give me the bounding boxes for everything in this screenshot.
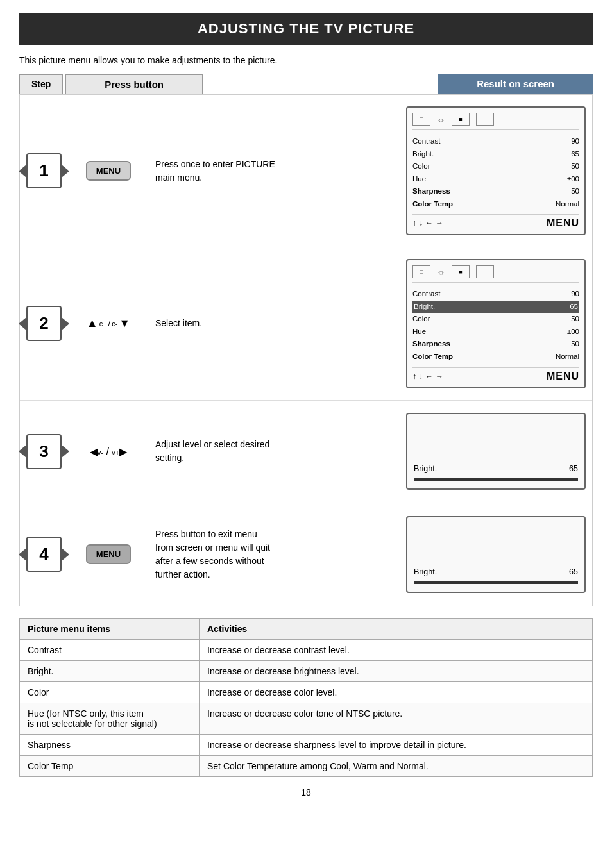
bright-row-4: Bright. 65: [414, 567, 578, 576]
icon-brightness-2: ■: [452, 265, 470, 278]
table-cell-activity-2: Increase or decrease color level.: [200, 681, 593, 703]
menu2-row-contrast: Contrast90: [412, 288, 579, 301]
step-1-row: 1 MENU Press once to enter PICTUREmain m…: [20, 95, 592, 247]
menu-nav-1: ↑ ↓ ← → MENU: [412, 214, 579, 229]
table-row-0: ContrastIncrease or decrease contrast le…: [20, 639, 593, 660]
menu-row-colortemp: Color TempNormal: [412, 198, 579, 211]
ch-nav-button[interactable]: ▲ c+ / c- ▼: [87, 317, 130, 330]
progress-bar-4: [414, 581, 578, 584]
tv-screen-4: Bright. 65: [406, 516, 586, 593]
menu-title-text: MENU: [547, 217, 579, 229]
step-1-number: 1: [26, 153, 62, 188]
step-4-number: 4: [26, 537, 62, 572]
arrow-up-icon: ↑: [412, 219, 416, 228]
bright-label-3: Bright.: [414, 464, 437, 473]
menu2-row-color: Color50: [412, 313, 579, 326]
screen-icons-2: □ ☼ ■: [412, 265, 579, 283]
table-cell-item-2: Color: [20, 681, 200, 703]
table-cell-item-1: Bright.: [20, 660, 200, 681]
table-cell-activity-3: Increase or decrease color tone of NTSC …: [200, 703, 593, 734]
screen-icons-1: □ ☼ ■: [412, 113, 579, 130]
table-cell-activity-0: Increase or decrease contrast level.: [200, 639, 593, 660]
menu2-row-sharpness: Sharpness50: [412, 338, 579, 351]
menu-items-1: Contrast90 Bright.65 Color50 Hue±00 Shar…: [412, 135, 579, 210]
icon-tv-2: □: [412, 265, 430, 278]
page-title: Adjusting the TV Picture: [19, 13, 593, 45]
bright-label-4: Bright.: [414, 567, 437, 576]
arrow-right-icon-2: →: [436, 372, 443, 381]
table-row-3: Hue (for NTSC only, this itemis not sele…: [20, 703, 593, 734]
press-header: Press button: [65, 74, 203, 94]
table-cell-activity-4: Increase or decrease sharpness level to …: [200, 734, 593, 755]
arrow-left-icon: ←: [425, 219, 433, 228]
nav-arrows-2: ↑ ↓ ← →: [412, 372, 443, 381]
tv-screen-1: □ ☼ ■ Contrast90 Bright.65 Color50: [406, 106, 586, 235]
icon-tv: □: [412, 113, 430, 126]
icon-picture-2: [476, 265, 494, 278]
vol-nav-button[interactable]: ◀v- / v+▶: [90, 446, 127, 458]
table-row-5: Color TempSet Color Temperature among Co…: [20, 755, 593, 776]
menu-row-sharpness: Sharpness50: [412, 185, 579, 198]
step-4-description: Press button to exit menufrom screen or …: [155, 528, 400, 581]
table-col1-header: Picture menu items: [20, 618, 200, 639]
step-3-description: Adjust level or select desiredsetting.: [155, 438, 400, 465]
result-header: Result on screen: [438, 74, 593, 94]
table-cell-item-5: Color Temp: [20, 755, 200, 776]
table-row-1: Bright.Increase or decrease brightness l…: [20, 660, 593, 681]
icon-picture: [476, 113, 494, 126]
progress-bar-3: [414, 478, 578, 481]
header-row: Step Press button Result on screen: [19, 74, 593, 94]
menu-nav-2: ↑ ↓ ← → MENU: [412, 367, 579, 382]
icon-brightness: ■: [452, 113, 470, 126]
picture-menu-table: Picture menu items Activities ContrastIn…: [19, 618, 593, 777]
step-1-screen: □ ☼ ■ Contrast90 Bright.65 Color50: [406, 106, 586, 235]
menu2-row-hue: Hue±00: [412, 326, 579, 338]
step-3-screen: Bright. 65: [406, 413, 586, 490]
table-cell-activity-1: Increase or decrease brightness level.: [200, 660, 593, 681]
menu-row-color: Color50: [412, 160, 579, 173]
menu-row-contrast: Contrast90: [412, 135, 579, 148]
menu-title-text-2: MENU: [547, 371, 579, 382]
icon-settings-2: ☼: [437, 267, 445, 277]
step-3-row: 3 ◀v- / v+▶ Adjust level or select desir…: [20, 401, 592, 503]
arrow-down-icon-2: ↓: [419, 372, 423, 381]
menu2-row-colortemp: Color TempNormal: [412, 351, 579, 363]
nav-arrows: ↑ ↓ ← →: [412, 219, 443, 228]
table-cell-item-0: Contrast: [20, 639, 200, 660]
intro-text: This picture menu allows you to make adj…: [19, 55, 593, 65]
menu-row-hue: Hue±00: [412, 173, 579, 186]
steps-container: 1 MENU Press once to enter PICTUREmain m…: [19, 94, 593, 606]
menu-button-1[interactable]: MENU: [86, 161, 131, 181]
menu-items-2: Contrast90 Bright.65 Color50 Hue±00 Shar…: [412, 288, 579, 363]
tv-screen-3: Bright. 65: [406, 413, 586, 490]
tv-screen-2: □ ☼ ■ Contrast90 Bright.65 Color50: [406, 259, 586, 388]
step-1-description: Press once to enter PICTUREmain menu.: [155, 158, 400, 185]
step-4-screen: Bright. 65: [406, 516, 586, 593]
step-header: Step: [19, 74, 63, 94]
step-2-screen: □ ☼ ■ Contrast90 Bright.65 Color50: [406, 259, 586, 388]
arrow-up-icon-2: ↑: [412, 372, 416, 381]
menu-button-4[interactable]: MENU: [86, 544, 131, 564]
menu-row-bright: Bright.65: [412, 148, 579, 161]
arrow-left-icon-2: ←: [425, 372, 433, 381]
step-3-button-area: ◀v- / v+▶: [73, 446, 144, 458]
table-row-4: SharpnessIncrease or decrease sharpness …: [20, 734, 593, 755]
step-2-number: 2: [26, 306, 62, 341]
page-number: 18: [19, 787, 593, 797]
table-cell-item-3: Hue (for NTSC only, this itemis not sele…: [20, 703, 200, 734]
arrow-down-icon: ↓: [419, 219, 423, 228]
arrow-right-icon: →: [436, 219, 443, 228]
ch-up-icon: ▲: [87, 317, 98, 330]
step-3-number: 3: [26, 434, 62, 469]
bright-value-4: 65: [569, 567, 578, 576]
icon-settings: ☼: [437, 114, 445, 124]
menu2-row-bright: Bright.65: [412, 301, 579, 313]
step-1-button-area: MENU: [73, 161, 144, 181]
step-2-button-area: ▲ c+ / c- ▼: [73, 317, 144, 330]
bright-value-3: 65: [569, 464, 578, 473]
bright-row-3: Bright. 65: [414, 464, 578, 473]
table-col2-header: Activities: [200, 618, 593, 639]
step-4-button-area: MENU: [73, 544, 144, 564]
table-cell-activity-5: Set Color Temperature among Cool, Warm a…: [200, 755, 593, 776]
step-2-description: Select item.: [155, 317, 400, 330]
